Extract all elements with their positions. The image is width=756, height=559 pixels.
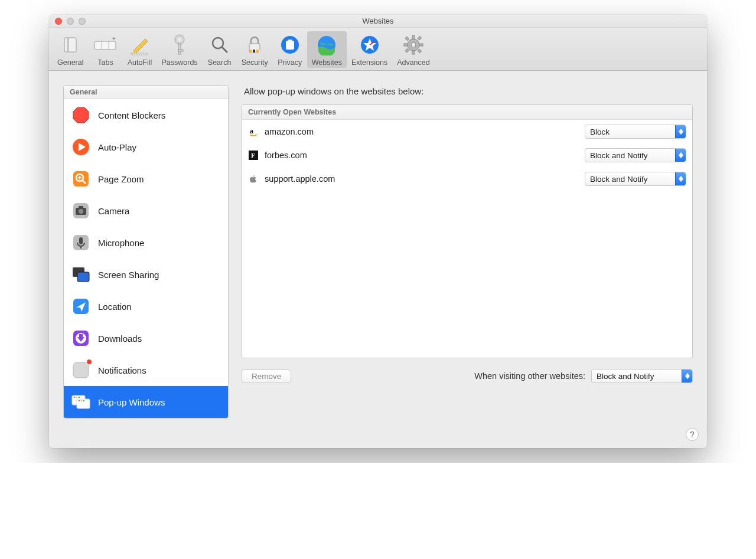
- camera-icon: [71, 201, 91, 221]
- toolbar-item-extensions[interactable]: Extensions: [347, 31, 392, 68]
- policy-select[interactable]: Block and Notify: [585, 172, 686, 186]
- svg-rect-42: [73, 171, 89, 187]
- sidebar-item-location[interactable]: Location: [64, 290, 228, 322]
- privacy-icon: [278, 32, 302, 57]
- policy-select[interactable]: Block: [585, 125, 686, 139]
- svg-rect-24: [288, 40, 292, 43]
- settings-sidebar: General Content Blockers Auto-Play Page …: [63, 85, 229, 419]
- general-icon: [58, 32, 83, 57]
- gear-icon: [401, 32, 426, 57]
- default-policy-group: When visiting other websites: Block and …: [474, 369, 693, 383]
- remove-button[interactable]: Remove: [242, 370, 291, 383]
- svg-marker-6: [133, 39, 148, 53]
- preferences-toolbar: General + Tabs AutoFill Passwords Search: [49, 28, 707, 71]
- amazon-favicon-icon: a: [248, 126, 259, 137]
- play-icon: [71, 137, 91, 157]
- svg-point-67: [79, 400, 80, 402]
- websites-table: Currently Open Websites a amazon.com Blo…: [242, 104, 693, 358]
- svg-marker-78: [679, 179, 683, 182]
- preferences-window: Websites General + Tabs AutoFill Passwor: [49, 15, 707, 448]
- sidebar-item-camera[interactable]: Camera: [64, 195, 228, 227]
- svg-marker-76: [679, 155, 683, 158]
- table-footer: Remove When visiting other websites: Blo…: [242, 369, 693, 383]
- svg-text:a: a: [250, 128, 254, 135]
- svg-text:+: +: [112, 36, 116, 42]
- svg-rect-37: [405, 48, 409, 52]
- svg-rect-11: [178, 44, 181, 54]
- main-heading: Allow pop-up windows on the websites bel…: [244, 86, 692, 96]
- toolbar-item-autofill[interactable]: AutoFill: [122, 31, 157, 68]
- microphone-icon: [71, 233, 91, 253]
- svg-rect-8: [131, 53, 148, 55]
- svg-point-64: [74, 397, 76, 398]
- sidebar-item-downloads[interactable]: Downloads: [64, 322, 228, 354]
- svg-rect-32: [404, 44, 408, 46]
- svg-rect-33: [419, 44, 423, 46]
- toolbar-item-tabs[interactable]: + Tabs: [88, 31, 122, 68]
- toolbar-label: Tabs: [97, 58, 113, 67]
- help-button[interactable]: ?: [686, 428, 699, 441]
- toolbar-item-security[interactable]: Security: [237, 31, 273, 68]
- svg-rect-35: [418, 49, 421, 53]
- forbes-favicon-icon: F: [248, 150, 259, 161]
- popup-windows-icon: [71, 392, 91, 412]
- octagon-icon: [71, 105, 91, 125]
- policy-value: Block: [590, 128, 610, 136]
- sidebar-item-label: Downloads: [98, 334, 142, 344]
- svg-rect-1: [67, 38, 69, 52]
- sidebar-item-label: Microphone: [98, 238, 144, 248]
- policy-select[interactable]: Block and Notify: [585, 148, 686, 162]
- apple-favicon-icon: [248, 174, 259, 184]
- toolbar-item-search[interactable]: Search: [203, 31, 237, 68]
- sidebar-item-popup-windows[interactable]: Pop-up Windows: [64, 386, 228, 418]
- toolbar-label: Security: [242, 58, 268, 67]
- sidebar-item-label: Notifications: [98, 365, 146, 375]
- titlebar: Websites: [49, 15, 707, 28]
- tabs-icon: +: [93, 32, 118, 57]
- sidebar-item-label: Content Blockers: [98, 110, 165, 120]
- window-title: Websites: [49, 17, 707, 25]
- sidebar-item-notifications[interactable]: Notifications: [64, 354, 228, 386]
- toolbar-label: Search: [208, 58, 232, 67]
- sidebar-item-label: Pop-up Windows: [98, 397, 165, 407]
- svg-rect-31: [412, 51, 415, 54]
- website-row[interactable]: F forbes.com Block and Notify: [242, 143, 692, 167]
- extensions-icon: [357, 32, 382, 57]
- toolbar-item-passwords[interactable]: Passwords: [157, 31, 202, 68]
- toolbar-item-advanced[interactable]: Advanced: [392, 31, 435, 68]
- autofill-icon: [127, 32, 152, 57]
- toolbar-item-privacy[interactable]: Privacy: [273, 31, 307, 68]
- toolbar-label: Extensions: [351, 58, 387, 67]
- default-policy-select[interactable]: Block and Notify: [591, 369, 693, 383]
- key-icon: [167, 32, 192, 57]
- svg-text:F: F: [251, 152, 255, 159]
- svg-rect-21: [256, 50, 259, 53]
- sidebar-item-page-zoom[interactable]: Page Zoom: [64, 163, 228, 195]
- policy-value: Block and Notify: [590, 175, 648, 184]
- svg-point-38: [411, 43, 416, 47]
- globe-icon: [314, 32, 339, 57]
- svg-marker-39: [73, 107, 89, 123]
- sidebar-item-label: Page Zoom: [98, 174, 144, 184]
- sidebar-item-microphone[interactable]: Microphone: [64, 227, 228, 259]
- toolbar-item-general[interactable]: General: [53, 31, 88, 68]
- policy-value: Block and Notify: [590, 151, 648, 160]
- toolbar-label: General: [57, 58, 83, 67]
- website-row[interactable]: support.apple.com Block and Notify: [242, 167, 692, 191]
- svg-point-65: [76, 397, 78, 398]
- sidebar-list: Content Blockers Auto-Play Page Zoom Cam…: [64, 99, 228, 418]
- website-row[interactable]: a amazon.com Block: [242, 120, 692, 143]
- toolbar-item-websites[interactable]: Websites: [307, 31, 347, 68]
- svg-rect-36: [418, 36, 421, 40]
- sidebar-item-auto-play[interactable]: Auto-Play: [64, 131, 228, 163]
- toolbar-label: Privacy: [278, 58, 302, 67]
- sidebar-item-content-blockers[interactable]: Content Blockers: [64, 99, 228, 131]
- content-area: General Content Blockers Auto-Play Page …: [49, 71, 707, 426]
- chevron-up-down-icon: [675, 172, 686, 185]
- table-header: Currently Open Websites: [242, 105, 692, 120]
- svg-rect-12: [178, 50, 183, 51]
- sidebar-item-label: Location: [98, 302, 132, 312]
- svg-line-14: [222, 47, 227, 52]
- sidebar-section-header: General: [64, 86, 228, 99]
- sidebar-item-screen-sharing[interactable]: Screen Sharing: [64, 259, 228, 290]
